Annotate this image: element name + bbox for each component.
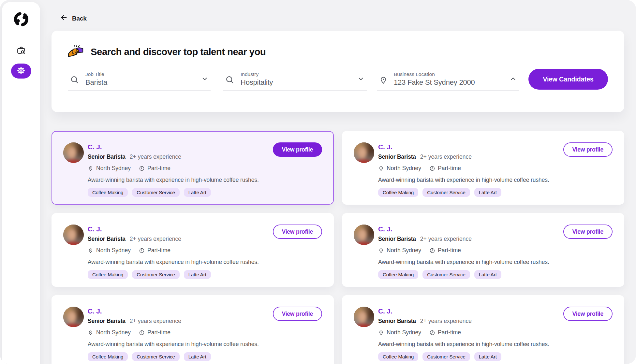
candidate-description: Award-winning barista with experience in… — [88, 259, 333, 266]
clock-icon — [139, 248, 145, 254]
availability-label: Part-time — [438, 165, 461, 172]
map-pin-icon — [378, 165, 384, 171]
candidate-card[interactable]: C. J. Senior Barista 2+ years experience… — [342, 131, 624, 205]
logo-icon — [13, 11, 30, 29]
candidate-role: Senior Barista — [88, 153, 126, 160]
skill-tag: Customer Service — [132, 270, 180, 279]
candidate-availability: Part-time — [429, 247, 461, 254]
skill-tag: Customer Service — [422, 270, 470, 279]
candidate-location: North Sydney — [88, 165, 131, 172]
candidate-role: Senior Barista — [88, 236, 126, 242]
view-profile-button[interactable]: View profile — [273, 142, 322, 157]
candidate-availability: Part-time — [139, 247, 170, 254]
search-icon — [225, 75, 235, 85]
skill-tag: Coffee Making — [88, 188, 128, 197]
search-fields-row: Job Title Barista Industry — [68, 68, 608, 91]
job-title-field[interactable]: Job Title Barista — [68, 68, 211, 91]
chevron-down-icon[interactable] — [357, 75, 365, 83]
map-pin-icon — [88, 329, 94, 336]
candidate-card[interactable]: C. J. Senior Barista 2+ years experience… — [52, 295, 334, 364]
view-candidates-button[interactable]: View Candidates — [528, 69, 608, 90]
view-profile-button[interactable]: View profile — [273, 307, 322, 321]
map-pin-icon — [88, 165, 94, 171]
chevron-up-icon[interactable] — [509, 75, 517, 83]
back-button[interactable]: Back — [60, 14, 87, 23]
clock-icon — [429, 330, 435, 336]
skill-tag: Coffee Making — [88, 352, 128, 361]
skill-tags: Coffee Making Customer Service Latte Art — [88, 352, 333, 361]
location-label: North Sydney — [96, 165, 131, 172]
candidate-role: Senior Barista — [378, 236, 416, 242]
candidate-role: Senior Barista — [88, 318, 126, 325]
candidate-experience: 2+ years experience — [420, 236, 472, 242]
view-profile-button[interactable]: View profile — [563, 225, 613, 239]
meta-row: North Sydney Part-time — [88, 165, 333, 172]
candidate-experience: 2+ years experience — [130, 153, 181, 160]
candidate-availability: Part-time — [139, 165, 170, 172]
avatar-photo — [354, 225, 374, 245]
sidebar-item-settings[interactable] — [11, 64, 31, 79]
view-profile-button[interactable]: View profile — [563, 142, 613, 157]
candidate-role: Senior Barista — [378, 153, 416, 160]
field-value: Barista — [85, 78, 107, 87]
candidate-avatar — [354, 142, 374, 163]
candidate-card[interactable]: C. J. Senior Barista 2+ years experience… — [342, 213, 624, 287]
location-label: North Sydney — [387, 165, 421, 172]
business-location-field[interactable]: Business Location 123 Fake St Sydney 200… — [377, 68, 519, 91]
candidates-grid: C. J. Senior Barista 2+ years experience… — [52, 131, 624, 364]
candidate-description: Award-winning barista with experience in… — [88, 341, 333, 348]
candidate-location: North Sydney — [378, 329, 421, 336]
candidate-availability: Part-time — [429, 329, 461, 336]
candidate-info: C. J. Senior Barista 2+ years experience… — [378, 296, 624, 361]
meta-row: North Sydney Part-time — [378, 329, 624, 336]
back-row: Back — [52, 0, 624, 23]
skill-tag: Coffee Making — [88, 270, 128, 279]
candidate-experience: 2+ years experience — [420, 153, 472, 160]
clock-icon — [139, 166, 145, 171]
app-logo[interactable] — [12, 11, 30, 28]
candidate-description: Award-winning barista with experience in… — [378, 177, 624, 183]
sidebar-item-job-search[interactable] — [11, 43, 31, 58]
skill-tag: Latte Art — [184, 270, 211, 279]
app-window: Back — [0, 0, 636, 364]
skill-tag: Coffee Making — [378, 188, 418, 197]
skill-tag: Customer Service — [422, 352, 470, 361]
map-pin-icon — [378, 329, 384, 336]
gear-icon — [17, 66, 25, 76]
chevron-down-icon[interactable] — [201, 75, 209, 83]
search-panel: Search and discover top talent near you … — [52, 31, 624, 112]
candidate-role: Senior Barista — [378, 318, 416, 325]
field-value: 123 Fake St Sydney 2000 — [394, 78, 475, 87]
map-pin-icon — [88, 247, 94, 254]
location-label: North Sydney — [96, 247, 131, 254]
skill-tag: Customer Service — [422, 188, 470, 197]
candidate-availability: Part-time — [139, 329, 170, 336]
availability-label: Part-time — [147, 329, 170, 336]
candidate-card[interactable]: C. J. Senior Barista 2+ years experience… — [342, 295, 624, 364]
candidate-location: North Sydney — [378, 165, 421, 172]
location-label: North Sydney — [96, 329, 131, 336]
skill-tag: Customer Service — [132, 188, 180, 197]
availability-label: Part-time — [438, 329, 461, 336]
view-profile-button[interactable]: View profile — [273, 225, 322, 239]
candidate-card[interactable]: C. J. Senior Barista 2+ years experience… — [52, 213, 334, 287]
avatar-photo — [63, 142, 84, 163]
handshake-icon — [68, 44, 83, 59]
map-pin-icon — [378, 247, 384, 254]
sidebar-nav — [11, 43, 31, 79]
candidate-experience: 2+ years experience — [130, 236, 181, 242]
candidate-location: North Sydney — [88, 247, 131, 254]
view-profile-button[interactable]: View profile — [563, 307, 613, 321]
candidate-card[interactable]: C. J. Senior Barista 2+ years experience… — [52, 131, 334, 205]
clock-icon — [429, 166, 435, 171]
page-title: Search and discover top talent near you — [91, 46, 266, 57]
avatar-photo — [63, 225, 84, 245]
industry-field[interactable]: Industry Hospitality — [223, 68, 367, 91]
candidate-experience: 2+ years experience — [130, 318, 181, 325]
field-label: Business Location — [394, 71, 475, 77]
field-value: Hospitality — [241, 78, 273, 87]
candidate-avatar — [63, 142, 84, 163]
skill-tag: Coffee Making — [378, 270, 418, 279]
availability-label: Part-time — [147, 247, 170, 254]
clock-icon — [139, 330, 145, 336]
